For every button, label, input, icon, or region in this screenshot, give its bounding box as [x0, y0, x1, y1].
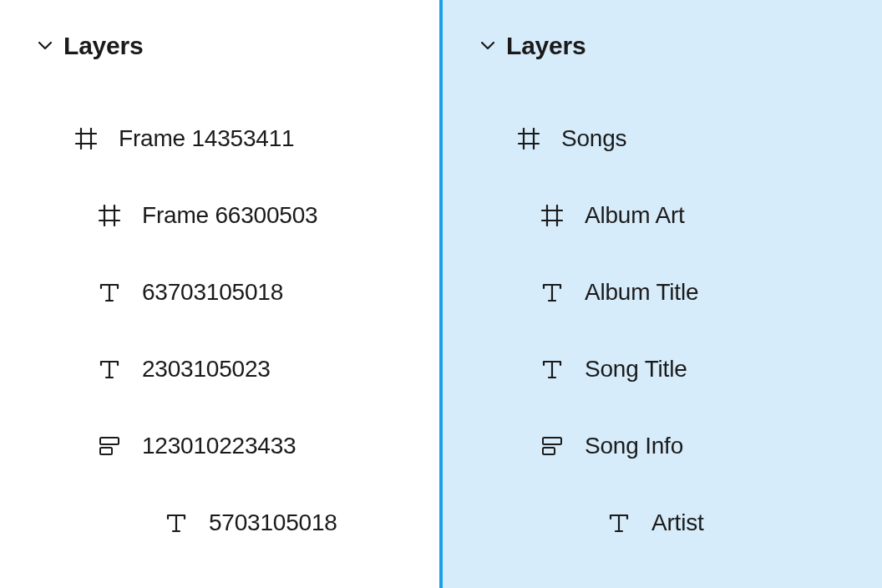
- layer-label: 123010223433: [142, 433, 296, 459]
- layer-row[interactable]: Album Art: [443, 177, 882, 254]
- layer-row[interactable]: Songs: [443, 100, 882, 177]
- group-icon: [540, 433, 565, 459]
- layers-panel-left: Layers Frame 14353411 Frame 66300503 637…: [0, 0, 439, 588]
- text-icon: [97, 280, 122, 305]
- layer-row[interactable]: 5703105018: [0, 484, 439, 561]
- frame-icon: [540, 203, 565, 228]
- text-icon: [97, 357, 122, 382]
- chevron-down-icon: [37, 38, 53, 54]
- text-icon: [164, 510, 189, 535]
- layer-label: Album Title: [585, 279, 698, 306]
- layer-row[interactable]: Song Info: [443, 408, 882, 484]
- layer-row[interactable]: Frame 66300503: [0, 177, 439, 254]
- layer-row[interactable]: Album Title: [443, 254, 882, 331]
- text-icon: [606, 510, 631, 535]
- layer-row[interactable]: Song Title: [443, 331, 882, 408]
- frame-icon: [74, 126, 99, 151]
- panel-title: Layers: [63, 32, 144, 60]
- frame-icon: [97, 203, 122, 228]
- svg-rect-0: [100, 438, 119, 444]
- svg-rect-2: [543, 438, 561, 444]
- layer-row[interactable]: Frame 14353411: [0, 100, 439, 177]
- layer-label: Frame 14353411: [119, 125, 294, 152]
- layer-label: Song Title: [585, 356, 687, 383]
- layers-panel-right: Layers Songs Album Art Album Title Song …: [443, 0, 882, 588]
- layer-label: 5703105018: [209, 509, 337, 536]
- svg-rect-3: [543, 448, 555, 454]
- layer-label: Song Info: [585, 433, 683, 459]
- chevron-down-icon: [479, 38, 496, 54]
- layer-label: Songs: [561, 125, 626, 152]
- layer-label: Album Art: [585, 202, 685, 229]
- layer-label: 63703105018: [142, 279, 283, 306]
- layer-row[interactable]: 2303105023: [0, 331, 439, 408]
- svg-rect-1: [100, 448, 112, 454]
- layer-row[interactable]: 63703105018: [0, 254, 439, 331]
- panel-header[interactable]: Layers: [0, 32, 439, 60]
- text-icon: [540, 357, 565, 382]
- layer-label: Artist: [651, 509, 704, 536]
- group-icon: [97, 433, 122, 459]
- panel-header[interactable]: Layers: [443, 32, 882, 60]
- frame-icon: [516, 126, 541, 151]
- panel-title: Layers: [506, 32, 586, 60]
- layer-label: 2303105023: [142, 356, 271, 383]
- layer-label: Frame 66300503: [142, 202, 317, 229]
- layer-row[interactable]: 123010223433: [0, 408, 439, 484]
- layer-row[interactable]: Artist: [443, 484, 882, 561]
- text-icon: [540, 280, 565, 305]
